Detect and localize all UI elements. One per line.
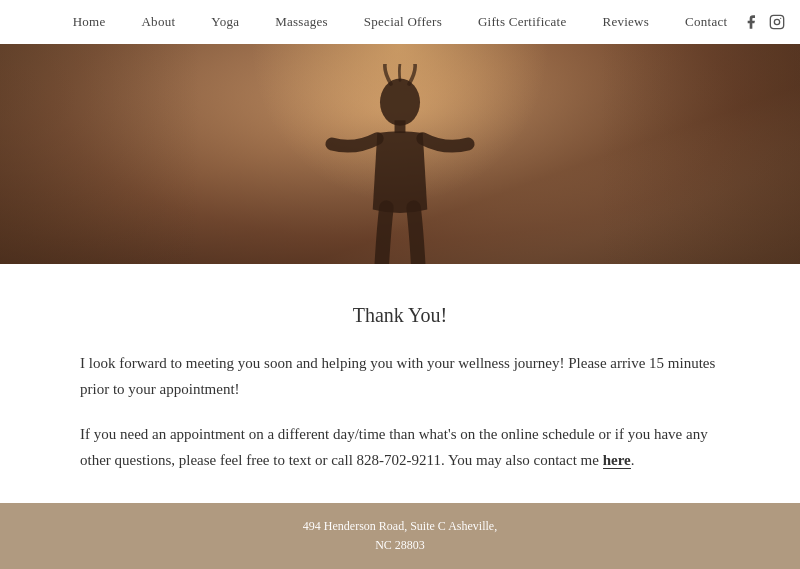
- hero-bg-left: [0, 44, 200, 264]
- hero-image: [0, 44, 800, 264]
- nav-special-offers[interactable]: Special Offers: [346, 14, 460, 30]
- social-links: [742, 13, 786, 31]
- nav-links: Home About Yoga Massages Special Offers …: [0, 14, 800, 30]
- svg-point-2: [780, 18, 781, 19]
- svg-point-3: [380, 79, 420, 126]
- paragraph-1: I look forward to meeting you soon and h…: [80, 351, 720, 402]
- footer-address-line2: NC 28803: [0, 536, 800, 555]
- nav-massages[interactable]: Massages: [257, 14, 346, 30]
- nav-home[interactable]: Home: [55, 14, 124, 30]
- nav-yoga[interactable]: Yoga: [193, 14, 257, 30]
- paragraph-2: If you need an appointment on a differen…: [80, 422, 720, 473]
- facebook-icon[interactable]: [742, 13, 760, 31]
- svg-rect-0: [770, 15, 783, 28]
- thank-you-title: Thank You!: [80, 304, 720, 327]
- contact-link[interactable]: here: [603, 452, 631, 469]
- svg-point-1: [774, 19, 779, 24]
- main-content: Thank You! I look forward to meeting you…: [0, 264, 800, 543]
- hero-bg-right: [600, 44, 800, 264]
- person-silhouette: [320, 64, 480, 264]
- paragraph-2-text-end: .: [631, 452, 635, 468]
- main-nav: Home About Yoga Massages Special Offers …: [0, 0, 800, 44]
- svg-rect-4: [395, 120, 406, 133]
- nav-about[interactable]: About: [123, 14, 193, 30]
- page-footer: 494 Henderson Road, Suite C Asheville, N…: [0, 503, 800, 569]
- nav-reviews[interactable]: Reviews: [584, 14, 667, 30]
- footer-address-line1: 494 Henderson Road, Suite C Asheville,: [0, 517, 800, 536]
- nav-contact[interactable]: Contact: [667, 14, 745, 30]
- nav-gifts-certificate[interactable]: Gifts Certificate: [460, 14, 585, 30]
- instagram-icon[interactable]: [768, 13, 786, 31]
